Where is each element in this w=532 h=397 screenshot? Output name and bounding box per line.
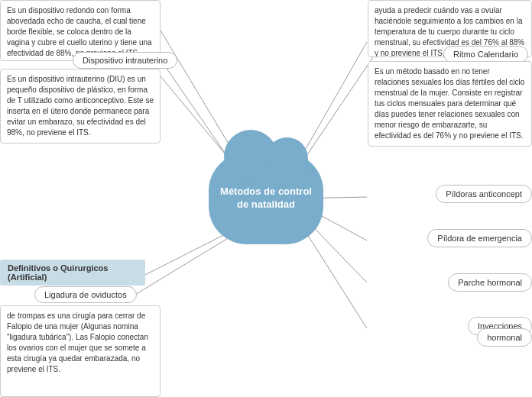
parche-hormonal-label-text: Parche hormonal [458, 278, 522, 287]
ligadura-label-bubble: Ligadura de oviductos [34, 286, 137, 303]
ligadura-description-text: de trompas es una cirugía para cerrar de… [7, 311, 148, 373]
ligadura-description-box: de trompas es una cirugía para cerrar de… [0, 305, 161, 397]
diu-description-text: Es un dispositivo intrauterino (DIU) es … [7, 75, 154, 137]
pildora-emergencia-label-text: Píldora de emergencia [437, 234, 522, 243]
surgical-section-text: Definitivos o Quirurgicos (Artificial) [8, 263, 108, 282]
pildora-emergencia-label-bubble: Píldora de emergencia [427, 229, 532, 247]
diu-label-text: Dispositivo intrauterino [83, 56, 167, 65]
ritmo-description-text: Es un método basado en no tener relacion… [375, 67, 524, 140]
cloud-text: Métodos de control de natalidad [209, 178, 323, 219]
ritmo-description-box: Es un método basado en no tener relacion… [368, 61, 532, 147]
surgical-section-label: Definitivos o Quirurgicos (Artificial) [0, 260, 145, 286]
ligadura-label-text: Ligadura de oviductos [44, 290, 127, 299]
ritmo-label-bubble: Ritmo Calendario [443, 46, 528, 63]
pildoras-label-bubble: Píldoras anticoncept [436, 185, 532, 203]
pildoras-label-text: Píldoras anticoncept [446, 189, 522, 198]
parche-hormonal-label-bubble: Parche hormonal [448, 273, 532, 292]
cloud-shape: Métodos de control de natalidad [209, 153, 323, 244]
ritmo-label-text: Ritmo Calendario [453, 50, 518, 59]
hormonal-label-bubble: hormonal [477, 328, 532, 347]
diaphragm-description-text: Es un dispositivo redondo con forma abov… [7, 6, 152, 57]
diu-label-bubble: Dispositivo intrauterino [73, 52, 177, 69]
central-cloud: Métodos de control de natalidad [205, 149, 327, 248]
hormonal-label-text: hormonal [487, 333, 522, 342]
diu-description-box: Es un dispositivo intrauterino (DIU) es … [0, 69, 161, 144]
